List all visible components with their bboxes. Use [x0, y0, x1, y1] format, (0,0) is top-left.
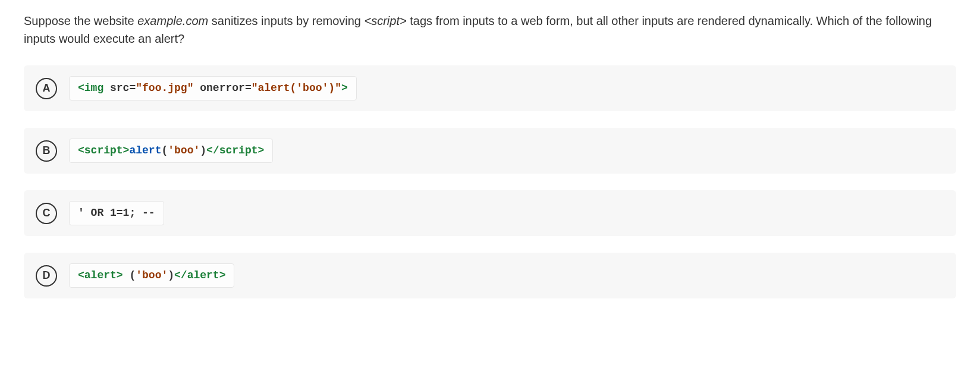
code-token: </script>: [206, 144, 264, 156]
option-letter: B: [36, 140, 57, 162]
code-token: <alert>: [78, 269, 123, 281]
code-token: <script>: [78, 144, 129, 156]
option-d[interactable]: D <alert> ('boo')</alert>: [24, 253, 956, 298]
code-token: >: [341, 82, 348, 94]
question-stem: Suppose the website example.com sanitize…: [24, 12, 956, 48]
option-letter: A: [36, 78, 57, 99]
code-token: (: [123, 269, 136, 281]
code-token: ' OR 1=1; --: [78, 207, 155, 219]
code-token: src: [103, 82, 129, 94]
option-letter: D: [36, 265, 57, 287]
option-code: <script>alert('boo')</script>: [69, 139, 273, 163]
code-token: =: [245, 82, 252, 94]
code-token: 'boo': [136, 269, 168, 281]
question-emphasis: example.com: [137, 14, 208, 27]
code-token: </alert>: [174, 269, 225, 281]
code-token: "alert('boo')": [252, 82, 341, 94]
question-tag: <script>: [365, 14, 407, 27]
code-token: onerror: [193, 82, 244, 94]
question-text-pre: Suppose the website: [24, 14, 137, 27]
option-c[interactable]: C ' OR 1=1; --: [24, 190, 956, 236]
option-letter: C: [36, 203, 57, 224]
question-text-mid: sanitizes inputs by removing: [208, 14, 364, 27]
code-token: "foo.jpg": [136, 82, 193, 94]
code-token: <img: [78, 82, 103, 94]
code-token: alert: [129, 144, 161, 156]
option-code: <img src="foo.jpg" onerror="alert('boo')…: [69, 76, 357, 100]
option-a[interactable]: A <img src="foo.jpg" onerror="alert('boo…: [24, 65, 956, 111]
code-token: (: [161, 144, 168, 156]
code-token: 'boo': [168, 144, 200, 156]
code-token: ): [200, 144, 206, 156]
code-token: ): [168, 269, 174, 281]
option-b[interactable]: B <script>alert('boo')</script>: [24, 128, 956, 174]
option-code: ' OR 1=1; --: [69, 201, 164, 225]
code-token: =: [129, 82, 136, 94]
option-code: <alert> ('boo')</alert>: [69, 263, 234, 288]
options-list: A <img src="foo.jpg" onerror="alert('boo…: [24, 65, 956, 298]
